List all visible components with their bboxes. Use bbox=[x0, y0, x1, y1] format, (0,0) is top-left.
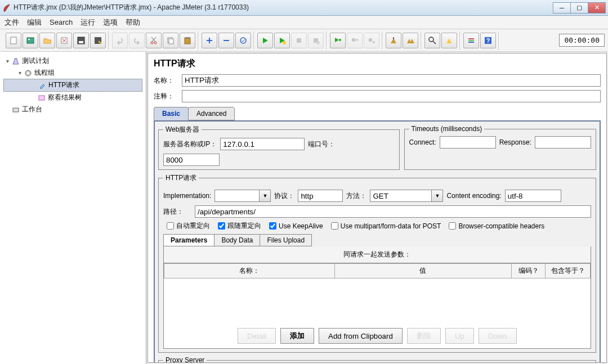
titlebar: HTTP请求.jmx (D:\我的JMeter\HTTP请求.jmx) - Ap… bbox=[0, 0, 608, 16]
cut-icon[interactable] bbox=[146, 33, 162, 48]
svg-rect-33 bbox=[13, 108, 19, 112]
svg-rect-5 bbox=[79, 41, 83, 43]
comment-input[interactable] bbox=[182, 90, 601, 102]
detail-button[interactable]: Detail bbox=[238, 328, 276, 344]
gear-icon bbox=[24, 69, 33, 78]
templates-icon[interactable] bbox=[23, 33, 38, 48]
col-value: 值 bbox=[334, 264, 511, 278]
tree-label: 线程组 bbox=[34, 68, 55, 78]
server-label: 服务器名称或IP： bbox=[163, 140, 217, 149]
tree-toggle-icon[interactable]: ▾ bbox=[17, 70, 23, 76]
method-combo[interactable]: ▼ bbox=[370, 190, 443, 202]
tree-label: 测试计划 bbox=[22, 56, 49, 66]
svg-rect-23 bbox=[393, 37, 394, 39]
svg-point-8 bbox=[154, 42, 157, 44]
remote-shutdown-icon[interactable] bbox=[364, 33, 379, 48]
tree-http-request[interactable]: HTTP请求 bbox=[3, 79, 142, 92]
elapsed-timer: 00:00:00 bbox=[559, 34, 605, 47]
start-icon[interactable] bbox=[257, 33, 273, 48]
tree-panel: ▾ 测试计划 ▾ 线程组 HTTP请求 察看结果树 工作台 bbox=[0, 52, 146, 364]
tab-advanced[interactable]: Advanced bbox=[188, 107, 235, 120]
auto-redirect-check[interactable]: 自动重定向 bbox=[167, 221, 210, 231]
svg-point-17 bbox=[316, 41, 320, 44]
port-input[interactable] bbox=[163, 154, 220, 166]
proxy-group: Proxy Server 服务器名称或IP： 端口号： 用户名 密码 bbox=[158, 356, 596, 363]
tree-thread-group[interactable]: ▾ 线程组 bbox=[3, 67, 142, 79]
svg-rect-25 bbox=[468, 38, 474, 39]
minimize-button[interactable]: ─ bbox=[553, 2, 571, 14]
toggle-icon[interactable] bbox=[235, 33, 251, 48]
function-helper-icon[interactable] bbox=[463, 33, 479, 48]
new-icon[interactable] bbox=[6, 33, 21, 48]
save-icon[interactable] bbox=[73, 33, 89, 48]
menu-options[interactable]: 选项 bbox=[103, 17, 118, 28]
paste-icon[interactable] bbox=[180, 33, 195, 48]
delete-button[interactable]: 删除 bbox=[407, 328, 441, 344]
col-encode: 编码？ bbox=[512, 264, 546, 278]
comment-label: 注释： bbox=[154, 92, 182, 101]
tab-basic[interactable]: Basic bbox=[154, 107, 189, 120]
open-icon[interactable] bbox=[39, 33, 55, 48]
svg-point-20 bbox=[356, 39, 358, 41]
remote-start-icon[interactable] bbox=[330, 33, 346, 48]
subtab-files[interactable]: Files Upload bbox=[260, 234, 312, 246]
path-label: 路径： bbox=[163, 207, 191, 217]
path-input[interactable] bbox=[195, 205, 591, 218]
keepalive-check[interactable]: Use KeepAlive bbox=[269, 222, 323, 230]
tree-test-plan[interactable]: ▾ 测试计划 bbox=[3, 55, 142, 67]
encoding-input[interactable] bbox=[505, 190, 561, 202]
undo-icon[interactable] bbox=[112, 33, 128, 48]
menu-help[interactable]: 帮助 bbox=[126, 17, 140, 28]
tree-view-results[interactable]: 察看结果树 bbox=[3, 92, 142, 104]
clear-all-icon[interactable] bbox=[403, 33, 418, 48]
up-button[interactable]: Up bbox=[445, 328, 474, 344]
remote-stop-icon[interactable] bbox=[347, 33, 363, 48]
protocol-input[interactable] bbox=[298, 190, 343, 202]
copy-icon[interactable] bbox=[163, 33, 178, 48]
subtab-body[interactable]: Body Data bbox=[214, 234, 260, 246]
maximize-button[interactable]: ▢ bbox=[570, 2, 588, 14]
save-as-icon[interactable] bbox=[90, 33, 106, 48]
tree-toggle-icon[interactable]: ▾ bbox=[5, 58, 10, 64]
menu-run[interactable]: 运行 bbox=[81, 17, 95, 28]
add-button[interactable]: 添加 bbox=[280, 328, 314, 344]
response-input[interactable] bbox=[535, 136, 591, 149]
multipart-check[interactable]: Use multipart/form-data for POST bbox=[331, 222, 441, 230]
redo-icon[interactable] bbox=[129, 33, 145, 48]
clipboard-button[interactable]: Add from Clipboard bbox=[319, 328, 403, 344]
start-no-timers-icon[interactable] bbox=[274, 33, 290, 48]
collapse-icon[interactable] bbox=[218, 33, 234, 48]
params-empty-area[interactable] bbox=[164, 278, 591, 323]
reset-search-icon[interactable] bbox=[441, 33, 457, 48]
down-button[interactable]: Down bbox=[479, 328, 517, 344]
menu-search[interactable]: Search bbox=[50, 18, 73, 26]
shutdown-icon[interactable] bbox=[308, 33, 324, 48]
close-file-icon[interactable] bbox=[56, 33, 72, 48]
clear-icon[interactable] bbox=[386, 33, 401, 48]
svg-rect-32 bbox=[39, 96, 44, 100]
svg-rect-15 bbox=[297, 38, 301, 43]
close-button[interactable]: ✕ bbox=[588, 2, 606, 14]
search-tree-icon[interactable] bbox=[424, 33, 440, 48]
svg-rect-19 bbox=[352, 38, 355, 42]
expand-icon[interactable] bbox=[202, 33, 217, 48]
beaker-icon bbox=[11, 57, 20, 66]
tree-workbench[interactable]: 工作台 bbox=[3, 104, 142, 115]
name-input[interactable] bbox=[182, 74, 601, 87]
impl-combo[interactable]: ▼ bbox=[214, 190, 271, 202]
connect-input[interactable] bbox=[440, 136, 496, 149]
stop-icon[interactable] bbox=[291, 33, 307, 48]
server-input[interactable] bbox=[220, 138, 305, 150]
help-icon[interactable]: ? bbox=[480, 33, 496, 48]
browser-compat-check[interactable]: Browser-compatible headers bbox=[449, 222, 544, 230]
menu-edit[interactable]: 编辑 bbox=[27, 17, 42, 28]
connect-label: Connect: bbox=[409, 138, 436, 146]
chevron-down-icon[interactable]: ▼ bbox=[432, 190, 443, 202]
subtab-parameters[interactable]: Parameters bbox=[163, 234, 214, 246]
svg-point-31 bbox=[27, 72, 29, 74]
follow-redirect-check[interactable]: 跟随重定向 bbox=[218, 221, 261, 231]
menu-file[interactable]: 文件 bbox=[5, 17, 19, 28]
chevron-down-icon[interactable]: ▼ bbox=[260, 190, 271, 202]
svg-point-14 bbox=[283, 41, 286, 44]
col-equals: 包含等于？ bbox=[546, 264, 591, 278]
